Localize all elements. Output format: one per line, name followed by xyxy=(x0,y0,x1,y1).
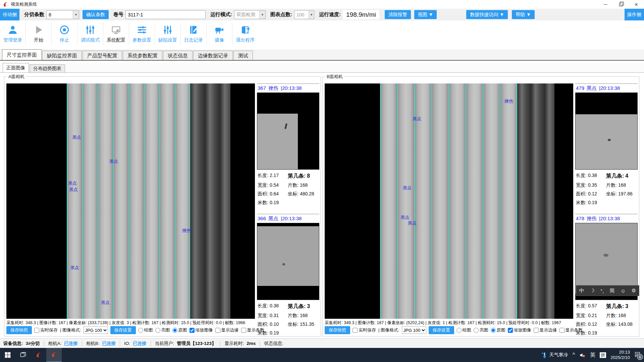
tab-main-1[interactable]: 缺陷监控界面 xyxy=(42,51,82,60)
data-quick-access-button[interactable]: 数据快捷访问 ▼ xyxy=(466,10,508,19)
zoom-image-option[interactable]: 缩放图像 xyxy=(190,327,213,333)
save-settings-button[interactable]: 保存设置 xyxy=(429,326,454,334)
drive-side-button[interactable]: 传动侧 xyxy=(0,9,19,20)
defect-id: 366 xyxy=(258,216,266,222)
tab-main-3[interactable]: 系统参数配置 xyxy=(123,51,162,60)
tab-main-4[interactable]: 状态信息 xyxy=(163,51,193,60)
tab-sub-1[interactable]: 分布趋势图表 xyxy=(30,64,65,72)
zoom-image-checkbox[interactable] xyxy=(508,328,513,333)
realtime-save-checkbox[interactable] xyxy=(34,328,39,333)
action-debug-sliders[interactable]: 调试模式 xyxy=(77,23,103,45)
show-count-checkbox[interactable] xyxy=(241,328,246,333)
defect-card[interactable]: 478 挫伤 |20:13:38 长度:0.57第几条:3宽度:0.21片数:1… xyxy=(575,214,638,336)
action-camera[interactable]: 摄像 xyxy=(206,23,232,45)
original-image-option[interactable]: 原图 xyxy=(172,327,187,333)
action-defect-sliders[interactable]: 缺陷设置 xyxy=(155,23,180,45)
confirm-count-button[interactable]: 确认条数 xyxy=(83,10,109,19)
ime-indicator[interactable]: 拼 xyxy=(600,352,606,358)
defect-card[interactable]: 367 挫伤 |20:13:38 长度:2.17第几条:8宽度:0.54片数:1… xyxy=(257,83,319,206)
roll-number-input[interactable] xyxy=(125,10,206,19)
slit-count-combobox[interactable]: 8 ▼ xyxy=(46,10,79,19)
zoom-image-checkbox[interactable] xyxy=(190,328,195,333)
save-snapshot-button[interactable]: 保存快照 xyxy=(6,326,32,334)
minimize-button[interactable] xyxy=(598,0,613,9)
defect-thumbnail[interactable] xyxy=(257,223,319,300)
original-image-radio[interactable] xyxy=(491,328,496,333)
dark-image-option[interactable]: 暗图 xyxy=(457,327,471,333)
clear-alarm-button[interactable]: 清除报警 xyxy=(385,10,411,19)
original-image-radio[interactable] xyxy=(172,328,177,333)
bright-image-option[interactable]: 亮图 xyxy=(155,327,170,333)
show-edge-option[interactable]: 显示边缘 xyxy=(534,327,557,333)
image-format-select[interactable]: JPG 100 xyxy=(84,326,108,334)
camera-b-image[interactable]: 挫伤黑点黑点黑点黑点 xyxy=(325,83,573,319)
show-edge-checkbox[interactable] xyxy=(215,328,220,333)
action-exit[interactable]: 退出程序 xyxy=(232,23,258,45)
defect-card[interactable]: 366 黑点 |20:13:38 长度:0.38第几条:3宽度:0.31片数:1… xyxy=(257,214,319,336)
realtime-save-option[interactable]: 实时保存 xyxy=(353,327,376,333)
show-count-option[interactable]: 显示条数 xyxy=(241,327,265,333)
realtime-save-checkbox[interactable] xyxy=(353,328,358,333)
ime-settings-icon[interactable]: ⚙ xyxy=(631,288,637,294)
close-button[interactable]: × xyxy=(629,0,644,9)
tab-main-6[interactable]: 测试 xyxy=(233,51,253,60)
start-button[interactable] xyxy=(0,348,15,362)
tab-main-5[interactable]: 边缘数据记录 xyxy=(193,51,233,60)
tab-sub-0[interactable]: 正面图像 xyxy=(3,63,29,72)
ime-mode-icon[interactable]: ☽ xyxy=(589,288,595,294)
zoom-image-option[interactable]: 缩放图像 xyxy=(508,327,531,333)
notification-button[interactable]: 6 xyxy=(634,351,641,359)
tab-main-0[interactable]: 尺寸监控界面 xyxy=(2,49,42,60)
save-snapshot-button[interactable]: 保存快照 xyxy=(325,326,350,334)
original-image-option[interactable]: 原图 xyxy=(491,327,505,333)
window-title: 视觉检测系统 xyxy=(11,1,37,7)
run-mode-combobox[interactable]: 双面检测 ▼ xyxy=(234,10,266,19)
image-format-select[interactable]: JPG 100 xyxy=(402,326,426,334)
chart-points-combobox[interactable]: 100 ▼ xyxy=(294,10,314,19)
action-user[interactable]: 管理登录 xyxy=(0,23,25,45)
titlebar: 视觉检测系统 × xyxy=(0,0,644,9)
dark-image-option[interactable]: 暗图 xyxy=(138,327,153,333)
speaker-muted-icon[interactable] xyxy=(579,352,586,358)
dark-image-radio[interactable] xyxy=(138,328,143,333)
defect-card[interactable]: 479 黑点 |20:13:38 长度:0.38第几条:4宽度:0.35片数:1… xyxy=(575,83,638,206)
ime-punct[interactable]: °, xyxy=(600,288,604,294)
tab-main-2[interactable]: 产品型号配置 xyxy=(83,51,122,60)
show-edge-checkbox[interactable] xyxy=(534,328,539,333)
camera-a-image[interactable]: 黑点黑点黑点黑点挫伤黑点黑点 xyxy=(6,83,255,319)
help-menu-button[interactable]: 帮助 ▼ xyxy=(512,10,535,19)
defect-thumbnail[interactable] xyxy=(575,93,638,170)
clock[interactable]: 20:13 2025/2/10 xyxy=(610,350,630,361)
dark-image-radio[interactable] xyxy=(457,328,462,333)
save-settings-button[interactable]: 保存设置 xyxy=(110,326,136,334)
tray-expand-chevron[interactable]: ^ xyxy=(573,352,575,358)
bright-image-radio[interactable] xyxy=(474,328,479,333)
bright-image-option[interactable]: 亮图 xyxy=(474,327,488,333)
action-play[interactable]: 开始 xyxy=(25,23,51,45)
action-log[interactable]: 日志记录 xyxy=(180,23,206,45)
action-stop[interactable]: 停止 xyxy=(51,23,77,45)
vision-app-taskbar-button[interactable] xyxy=(46,348,62,362)
action-label: 调试模式 xyxy=(81,37,100,43)
view-menu-button[interactable]: 视图 ▼ xyxy=(414,10,437,19)
restore-button[interactable] xyxy=(613,0,629,9)
realtime-save-option[interactable]: 实时保存 xyxy=(34,327,58,333)
language-indicator[interactable]: 英 xyxy=(590,352,595,359)
operator-side-button[interactable]: 操作侧 xyxy=(625,9,644,20)
show-count-option[interactable]: 显示条数 xyxy=(559,327,583,333)
measure-strip: 第几条:3 xyxy=(606,303,637,310)
pinned-app-button[interactable] xyxy=(31,348,46,362)
action-params-sliders[interactable]: 参数设置 xyxy=(129,23,155,45)
ime-simplified[interactable]: 简 xyxy=(609,288,615,294)
clock-date: 2025/2/10 xyxy=(610,355,630,360)
defect-thumbnail[interactable] xyxy=(257,93,319,170)
show-edge-option[interactable]: 显示边缘 xyxy=(215,327,239,333)
bright-image-radio[interactable] xyxy=(155,328,160,333)
task-view-button[interactable] xyxy=(15,348,31,362)
show-count-checkbox[interactable] xyxy=(559,328,565,333)
weather-tray-item[interactable]: 天气寒冷 xyxy=(541,352,568,358)
ime-emoji-icon[interactable]: ☺ xyxy=(620,288,626,294)
thermometer-icon xyxy=(541,352,548,358)
ime-lang[interactable]: 中 xyxy=(579,288,585,294)
action-system-config[interactable]: 系统配置 xyxy=(103,23,129,45)
